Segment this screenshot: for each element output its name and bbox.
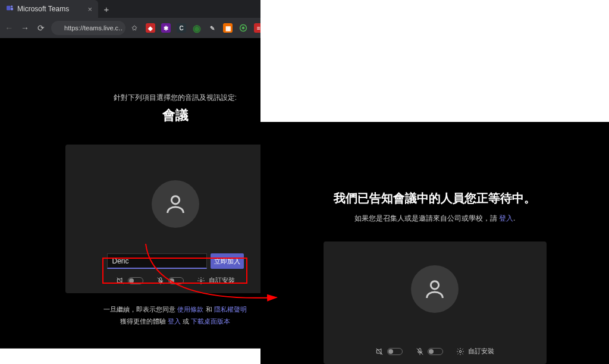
extension-icon[interactable]: ◆: [146, 23, 155, 33]
favorite-icon[interactable]: ✩: [131, 24, 137, 32]
footer-text: 獲得更佳的體驗: [120, 318, 168, 325]
mic-off-icon: [156, 277, 165, 285]
extension-icon[interactable]: C: [177, 23, 186, 33]
person-icon: [423, 277, 447, 301]
camera-toggle[interactable]: [375, 347, 403, 356]
svg-point-6: [459, 350, 462, 353]
prejoin-title: 會議: [162, 106, 189, 124]
mic-toggle[interactable]: [416, 347, 443, 356]
person-icon: [164, 192, 187, 216]
refresh-button[interactable]: ⟳: [35, 20, 46, 36]
prejoin-subtitle: 針對下列項目選擇您的音訊及視訊設定:: [114, 93, 237, 103]
lobby-window: 關閉 我們已告知會議中的人員您正等待中。 如果您是召集人或是邀請來自公司或學校，…: [260, 0, 609, 364]
svg-point-5: [431, 281, 438, 289]
extension-icon[interactable]: ◉: [192, 23, 202, 33]
camera-off-icon: [375, 347, 384, 356]
white-region: [260, 0, 609, 122]
signin-link[interactable]: 登入: [499, 214, 513, 222]
privacy-link[interactable]: 隱私權聲明: [214, 306, 247, 313]
svg-rect-0: [7, 6, 11, 11]
tab-strip: Microsoft Teams × +: [0, 0, 115, 18]
toggle-pill[interactable]: [387, 348, 403, 355]
svg-rect-2: [11, 8, 13, 10]
custom-setup-label: 自訂安裝: [209, 276, 235, 285]
mic-toggle[interactable]: [156, 277, 184, 285]
avatar-placeholder: [152, 180, 199, 228]
lobby-subtitle: 如果您是召集人或是邀請來自公司或學校，請 登入.: [354, 214, 516, 224]
footer-text: 或: [181, 318, 191, 325]
tab-title: Microsoft Teams: [17, 5, 69, 13]
lobby-sub-text: 如果您是召集人或是邀請來自公司或學校，請: [354, 214, 499, 222]
gear-icon: [197, 277, 205, 285]
toggle-pill[interactable]: [128, 277, 143, 284]
join-row: 立即加入: [107, 253, 244, 269]
extension-icon[interactable]: ▦: [223, 23, 233, 33]
svg-point-1: [11, 5, 12, 7]
lobby-content: 我們已告知會議中的人員您正等待中。 如果您是召集人或是邀請來自公司或學校，請 登…: [260, 122, 609, 364]
camera-off-icon: [116, 277, 124, 285]
name-input[interactable]: [107, 253, 207, 269]
gear-icon: [456, 347, 464, 356]
join-now-button[interactable]: 立即加入: [211, 253, 244, 269]
device-toggles: 自訂安裝: [375, 347, 494, 356]
teams-icon: [6, 4, 14, 14]
url-bar[interactable]: 🔒: [51, 21, 125, 35]
toggle-pill[interactable]: [428, 348, 443, 355]
back-button[interactable]: ←: [4, 20, 15, 36]
lobby-title: 我們已告知會議中的人員您正等待中。: [334, 190, 536, 206]
extension-icon[interactable]: ✱: [161, 23, 171, 33]
camera-preview-card: 自訂安裝: [324, 241, 547, 364]
extension-icon[interactable]: ⦿: [238, 23, 248, 33]
new-tab-button[interactable]: +: [98, 4, 115, 14]
custom-setup-button[interactable]: 自訂安裝: [456, 347, 494, 356]
url-input[interactable]: [51, 21, 125, 35]
mic-off-icon: [416, 347, 424, 356]
extension-icon[interactable]: ✎: [208, 23, 217, 33]
camera-toggle[interactable]: [116, 277, 143, 285]
signin-link[interactable]: 登入: [168, 318, 181, 325]
browser-tab[interactable]: Microsoft Teams ×: [0, 0, 98, 18]
custom-setup-button[interactable]: 自訂安裝: [197, 276, 235, 285]
terms-link[interactable]: 使用條款: [177, 306, 203, 313]
toggle-pill[interactable]: [168, 277, 184, 284]
forward-button[interactable]: →: [20, 20, 31, 36]
svg-point-3: [171, 196, 179, 204]
footer-text: 和: [203, 306, 214, 313]
camera-preview-card: 立即加入 自訂安裝: [65, 145, 285, 293]
device-toggles: 自訂安裝: [116, 276, 235, 285]
custom-setup-label: 自訂安裝: [468, 347, 494, 356]
download-link[interactable]: 下載桌面版本: [191, 318, 230, 325]
close-icon[interactable]: ×: [87, 5, 92, 14]
lobby-sub-text: .: [513, 214, 515, 222]
footer-text: 一旦繼續，即表示您同意: [103, 306, 177, 313]
avatar-placeholder: [411, 265, 459, 313]
svg-point-4: [200, 280, 202, 282]
